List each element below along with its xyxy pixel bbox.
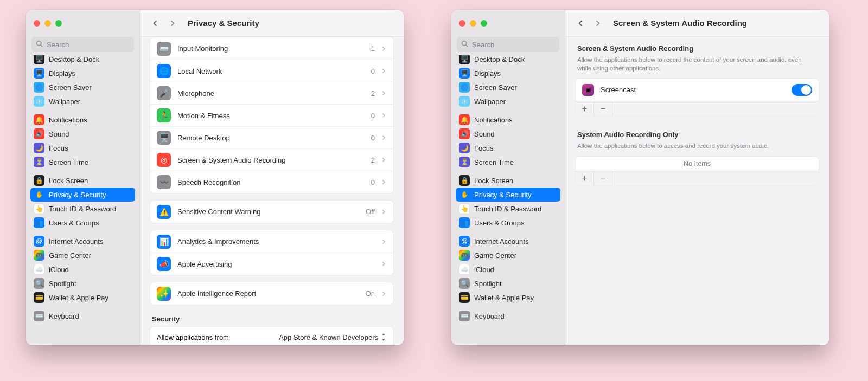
sidebar-item-label: Screen Saver bbox=[49, 83, 92, 92]
row-label: Local Network bbox=[177, 67, 365, 75]
sidebar-item-lock-screen[interactable]: 🔒Lock Screen bbox=[456, 173, 560, 188]
minimize-window-button[interactable] bbox=[470, 20, 476, 27]
content: Screen & System Audio Recording Allow th… bbox=[565, 37, 829, 345]
remove-button[interactable]: − bbox=[594, 171, 612, 186]
sidebar-icon: 🔔 bbox=[459, 114, 470, 125]
sidebar-item-lock-screen[interactable]: 🔒Lock Screen bbox=[30, 173, 135, 188]
search-placeholder: Search bbox=[472, 41, 494, 49]
section2-title: System Audio Recording Only bbox=[577, 131, 817, 139]
zoom-window-button[interactable] bbox=[55, 20, 62, 27]
permission-row-motion-fitness[interactable]: 🏃Motion & Fitness0 bbox=[150, 104, 393, 126]
audio-only-list: No Items + − bbox=[575, 156, 819, 186]
forward-button[interactable] bbox=[167, 18, 178, 29]
minimize-window-button[interactable] bbox=[44, 20, 51, 27]
allow-applications-select[interactable]: App Store & Known Developers bbox=[279, 333, 387, 341]
page-title: Screen & System Audio Recording bbox=[613, 18, 747, 28]
back-button[interactable] bbox=[575, 18, 586, 29]
allow-applications-row[interactable]: Allow applications from App Store & Know… bbox=[150, 326, 394, 345]
close-window-button[interactable] bbox=[459, 20, 465, 27]
permission-row-analytics-improvements[interactable]: 📊Analytics & Improvements bbox=[150, 230, 393, 253]
list-footer-buttons: + − bbox=[576, 171, 819, 186]
remove-button[interactable]: − bbox=[594, 101, 612, 116]
sidebar-item-sound[interactable]: 🔊Sound bbox=[456, 127, 560, 141]
permission-row-sensitive-content-warning[interactable]: ⚠️Sensitive Content WarningOff bbox=[150, 201, 393, 223]
permission-row-apple-advertising[interactable]: 📣Apple Advertising bbox=[150, 253, 393, 275]
sidebar-item-spotlight[interactable]: 🔍Spotlight bbox=[30, 276, 135, 290]
sidebar-item-focus[interactable]: 🌙Focus bbox=[456, 141, 560, 155]
settings-window-screen-recording: Search 🖥️Desktop & Dock🖥️Displays🌀Screen… bbox=[451, 10, 829, 345]
sidebar-item-spotlight[interactable]: 🔍Spotlight bbox=[456, 276, 560, 290]
no-items-label: No Items bbox=[576, 157, 819, 171]
sidebar-item-touch-id-password[interactable]: 👆Touch ID & Password bbox=[30, 202, 135, 216]
permission-row-microphone[interactable]: 🎤Microphone2 bbox=[150, 82, 393, 104]
permission-row-remote-desktop[interactable]: 🖥️Remote Desktop0 bbox=[150, 126, 393, 148]
sidebar-item-internet-accounts[interactable]: @Internet Accounts bbox=[30, 234, 135, 248]
sidebar-icon: 👆 bbox=[34, 203, 44, 214]
sidebar-item-icloud[interactable]: ☁️iCloud bbox=[30, 262, 135, 276]
main-pane: Screen & System Audio Recording Screen &… bbox=[565, 10, 829, 345]
sidebar-icon: 🎮 bbox=[459, 250, 470, 261]
sidebar-icon: 🔍 bbox=[459, 278, 470, 289]
sidebar-item-sound[interactable]: 🔊Sound bbox=[30, 127, 135, 141]
sidebar-item-wallpaper[interactable]: ❄️Wallpaper bbox=[30, 94, 135, 108]
sidebar-item-internet-accounts[interactable]: @Internet Accounts bbox=[456, 234, 560, 248]
search-input[interactable]: Search bbox=[457, 37, 559, 52]
sidebar-item-displays[interactable]: 🖥️Displays bbox=[456, 66, 560, 80]
row-icon: ⚠️ bbox=[157, 205, 171, 219]
sidebar-item-label: iCloud bbox=[49, 266, 69, 274]
sidebar-item-game-center[interactable]: 🎮Game Center bbox=[456, 248, 560, 262]
sidebar-item-keyboard[interactable]: ⌨️Keyboard bbox=[30, 309, 135, 323]
permission-row-screen-system-audio-recording[interactable]: ◎Screen & System Audio Recording2 bbox=[150, 148, 393, 171]
sidebar-item-wallet-apple-pay[interactable]: 💳Wallet & Apple Pay bbox=[456, 290, 560, 305]
sidebar-item-wallpaper[interactable]: ❄️Wallpaper bbox=[456, 94, 560, 108]
close-window-button[interactable] bbox=[34, 20, 40, 27]
forward-button[interactable] bbox=[592, 18, 603, 29]
sidebar-item-keyboard[interactable]: ⌨️Keyboard bbox=[456, 309, 560, 323]
app-row-screencast[interactable]: ▣ Screencast bbox=[576, 79, 819, 101]
updown-icon bbox=[380, 333, 387, 341]
sidebar-item-icloud[interactable]: ☁️iCloud bbox=[456, 262, 560, 276]
sidebar-item-users-groups[interactable]: 👥Users & Groups bbox=[30, 216, 135, 230]
sidebar-item-screen-time[interactable]: ⏳Screen Time bbox=[30, 155, 135, 169]
sidebar-item-game-center[interactable]: 🎮Game Center bbox=[30, 248, 135, 262]
app-name: Screencast bbox=[601, 86, 785, 94]
row-count: On bbox=[366, 289, 375, 298]
permission-row-speech-recognition[interactable]: 〰️Speech Recognition0 bbox=[150, 171, 393, 193]
sidebar-item-desktop-dock[interactable]: 🖥️Desktop & Dock bbox=[456, 55, 560, 66]
permission-row-apple-intelligence-report[interactable]: ✨Apple Intelligence ReportOn bbox=[150, 282, 393, 305]
sidebar-item-wallet-apple-pay[interactable]: 💳Wallet & Apple Pay bbox=[30, 290, 135, 305]
row-label: Remote Desktop bbox=[177, 134, 365, 142]
app-toggle[interactable] bbox=[792, 84, 812, 96]
sidebar-item-notifications[interactable]: 🔔Notifications bbox=[456, 113, 560, 127]
sidebar-item-privacy-security[interactable]: ✋Privacy & Security bbox=[30, 188, 135, 202]
sidebar-item-focus[interactable]: 🌙Focus bbox=[30, 141, 135, 155]
permission-row-local-network[interactable]: 🌐Local Network0 bbox=[150, 60, 393, 82]
sidebar-item-label: Privacy & Security bbox=[49, 191, 106, 199]
row-icon: 🖥️ bbox=[157, 131, 171, 145]
permission-row-input-monitoring[interactable]: ⌨️Input Monitoring1 bbox=[150, 37, 393, 60]
add-button[interactable]: + bbox=[576, 101, 594, 116]
sidebar-item-screen-time[interactable]: ⏳Screen Time bbox=[456, 155, 560, 169]
sidebar-icon: ⌨️ bbox=[459, 311, 470, 321]
row-icon: 📊 bbox=[157, 235, 171, 249]
chevron-right-icon bbox=[381, 66, 387, 76]
sidebar-item-notifications[interactable]: 🔔Notifications bbox=[30, 113, 135, 127]
search-icon bbox=[36, 40, 43, 49]
sidebar-item-displays[interactable]: 🖥️Displays bbox=[30, 66, 135, 80]
add-button[interactable]: + bbox=[576, 171, 594, 186]
sidebar-item-label: Game Center bbox=[49, 251, 91, 260]
sidebar-icon: ☁️ bbox=[34, 264, 44, 275]
chevron-right-icon bbox=[381, 155, 387, 165]
sidebar-item-touch-id-password[interactable]: 👆Touch ID & Password bbox=[456, 202, 560, 216]
sidebar-item-screen-saver[interactable]: 🌀Screen Saver bbox=[456, 80, 560, 94]
sidebar-item-users-groups[interactable]: 👥Users & Groups bbox=[456, 216, 560, 230]
sidebar-item-desktop-dock[interactable]: 🖥️Desktop & Dock bbox=[30, 55, 135, 66]
sidebar-item-privacy-security[interactable]: ✋Privacy & Security bbox=[456, 188, 560, 202]
zoom-window-button[interactable] bbox=[481, 20, 487, 27]
sidebar-item-label: Spotlight bbox=[49, 280, 76, 288]
sidebar-item-screen-saver[interactable]: 🌀Screen Saver bbox=[30, 80, 135, 94]
sidebar-icon: ☁️ bbox=[459, 264, 470, 275]
search-input[interactable]: Search bbox=[31, 37, 134, 52]
row-label: Input Monitoring bbox=[177, 44, 365, 53]
back-button[interactable] bbox=[150, 18, 161, 29]
